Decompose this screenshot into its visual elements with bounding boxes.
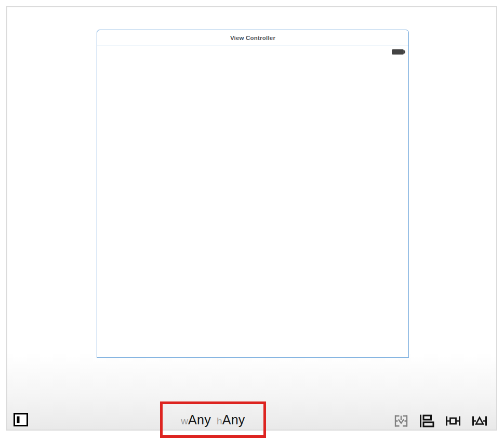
height-value-label: Any xyxy=(222,412,245,427)
scene-title: View Controller xyxy=(230,35,275,41)
pin-constraints-icon xyxy=(445,414,461,428)
width-value-label: Any xyxy=(188,412,211,427)
document-outline-toggle-icon xyxy=(14,420,28,428)
document-outline-toggle-button[interactable] xyxy=(14,413,28,428)
embed-in-stack-icon xyxy=(394,414,408,428)
view-controller-scene[interactable]: View Controller xyxy=(97,30,409,358)
width-prefix-label: w xyxy=(181,416,188,427)
interface-builder-editor: View Controller w Any h Any xyxy=(0,0,504,442)
align-icon xyxy=(419,414,434,428)
height-prefix-label: h xyxy=(217,416,222,427)
size-class-control[interactable]: w Any h Any xyxy=(181,412,245,427)
embed-in-stack-button[interactable] xyxy=(394,414,408,428)
resolve-auto-layout-issues-button[interactable] xyxy=(471,414,488,428)
battery-icon xyxy=(392,49,404,55)
pin-constraints-button[interactable] xyxy=(445,414,461,428)
align-button[interactable] xyxy=(419,414,434,428)
resolve-auto-layout-issues-icon xyxy=(471,414,488,428)
scene-titlebar[interactable]: View Controller xyxy=(97,30,408,46)
